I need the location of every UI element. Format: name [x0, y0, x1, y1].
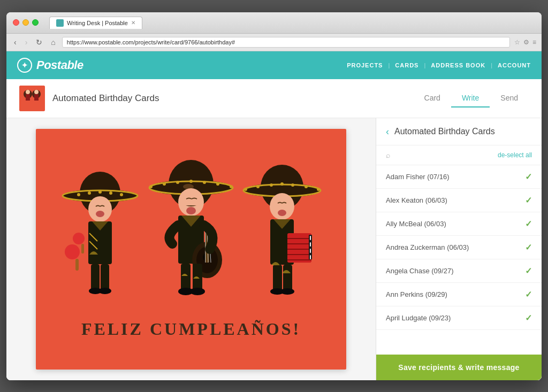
- recipient-item[interactable]: April Ludgate (09/23)✓: [376, 306, 542, 330]
- tab-write[interactable]: Write: [451, 89, 490, 107]
- tab-close-button[interactable]: ✕: [131, 20, 135, 26]
- svg-rect-20: [101, 264, 109, 291]
- svg-point-79: [280, 288, 294, 295]
- recipient-name: Ally McBeal (06/03): [386, 220, 446, 228]
- svg-point-25: [73, 233, 85, 244]
- star-icon[interactable]: ☆: [514, 39, 520, 46]
- recipient-item[interactable]: Adam Fisher (07/16)✓: [376, 165, 542, 189]
- svg-point-17: [96, 211, 104, 217]
- svg-rect-24: [75, 259, 79, 271]
- svg-point-23: [65, 244, 80, 259]
- recipient-item[interactable]: Ally McBeal (06/03)✓: [376, 212, 542, 236]
- svg-point-36: [230, 185, 233, 188]
- recipient-item[interactable]: Ann Perkins (09/29)✓: [376, 283, 542, 306]
- recipient-name: Angela Chase (09/27): [386, 267, 453, 275]
- extensions-icon[interactable]: ⚙: [523, 39, 529, 46]
- svg-rect-72: [310, 236, 311, 240]
- forward-button[interactable]: ›: [23, 37, 30, 48]
- menu-icon[interactable]: ≡: [532, 39, 536, 46]
- active-tab[interactable]: Writing Desk | Postable ✕: [49, 17, 142, 29]
- svg-point-14: [109, 191, 112, 195]
- minimize-button[interactable]: [22, 19, 29, 26]
- browser-window: Writing Desk | Postable ✕ ‹ › ↻ ⌂ ☆ ⚙ ≡ …: [6, 12, 542, 380]
- tab-card[interactable]: Card: [414, 89, 451, 107]
- svg-rect-0: [19, 86, 45, 111]
- tab-send[interactable]: Send: [490, 89, 529, 107]
- card-preview: FELIZ CUMPLEAÑOS!: [6, 118, 376, 380]
- nav-cards[interactable]: CARDS: [395, 60, 418, 71]
- nav-address-book[interactable]: ADDRESS BOOK: [431, 60, 485, 71]
- check-mark: ✓: [525, 313, 532, 323]
- maximize-button[interactable]: [32, 19, 39, 26]
- app-nav-links: PROJECTS | CARDS | ADDRESS BOOK | ACCOUN…: [347, 60, 531, 71]
- svg-rect-19: [91, 264, 100, 291]
- recipient-name: Adam Fisher (07/16): [386, 173, 450, 181]
- svg-point-35: [216, 182, 219, 186]
- svg-point-31: [163, 182, 166, 186]
- svg-point-32: [176, 181, 179, 184]
- back-button[interactable]: ‹: [12, 37, 19, 48]
- url-icons: ☆ ⚙ ≡: [514, 39, 536, 46]
- save-recipients-button[interactable]: Save recipients & write message: [376, 355, 542, 380]
- svg-point-51: [190, 288, 205, 295]
- logo-icon: ✦: [17, 58, 32, 73]
- tab-bar: Writing Desk | Postable ✕: [49, 17, 142, 29]
- svg-point-30: [149, 185, 153, 188]
- nav-sep-2: |: [424, 62, 425, 68]
- svg-rect-74: [310, 249, 311, 253]
- recipient-name: Andrea Zuckerman (06/03): [386, 243, 469, 251]
- logo-text: Postable: [36, 58, 83, 72]
- svg-rect-73: [310, 242, 311, 247]
- app-logo: ✦ Postable: [17, 58, 83, 73]
- project-header: Automated Birthday Cards Card Write Send: [6, 79, 542, 118]
- favicon-icon: [56, 19, 64, 27]
- svg-rect-6: [34, 94, 39, 101]
- svg-point-55: [244, 188, 247, 191]
- home-button[interactable]: ⌂: [49, 37, 57, 48]
- recipients-list: Adam Fisher (07/16)✓Alex Keaton (06/03)✓…: [376, 165, 542, 355]
- svg-point-3: [26, 90, 30, 94]
- svg-point-33: [189, 180, 193, 183]
- svg-rect-77: [283, 265, 292, 291]
- panel-header: ‹ Automated Birthday Cards: [376, 118, 542, 145]
- svg-text:FELIZ CUMPLEAÑOS!: FELIZ CUMPLEAÑOS!: [81, 319, 301, 339]
- right-panel: ‹ Automated Birthday Cards ⌕ de-select a…: [376, 118, 542, 380]
- close-button[interactable]: [13, 19, 19, 26]
- svg-point-61: [317, 188, 320, 191]
- url-input[interactable]: [62, 37, 510, 48]
- svg-point-4: [34, 90, 39, 94]
- search-row: ⌕ de-select all: [376, 145, 542, 165]
- recipient-item[interactable]: Andrea Zuckerman (06/03)✓: [376, 236, 542, 259]
- recipient-item[interactable]: Angela Chase (09/27)✓: [376, 259, 542, 283]
- title-bar: Writing Desk | Postable ✕: [6, 12, 542, 34]
- refresh-button[interactable]: ↻: [34, 37, 44, 48]
- svg-point-56: [256, 185, 260, 188]
- recipient-name: Ann Perkins (09/29): [386, 290, 447, 298]
- main-area: FELIZ CUMPLEAÑOS! ‹ Automated Birthday C…: [6, 118, 542, 380]
- app-content: ✦ Postable PROJECTS | CARDS | ADDRESS BO…: [6, 51, 542, 380]
- traffic-lights: [13, 19, 39, 26]
- svg-point-16: [88, 196, 112, 222]
- svg-point-60: [305, 185, 308, 188]
- recipient-name: April Ludgate (09/23): [386, 314, 451, 322]
- url-bar: ‹ › ↻ ⌂ ☆ ⚙ ≡: [6, 34, 542, 51]
- project-title: Automated Birthday Cards: [52, 93, 159, 104]
- card-illustration: FELIZ CUMPLEAÑOS!: [36, 129, 346, 370]
- search-icon: ⌕: [386, 151, 390, 159]
- nav-account[interactable]: ACCOUNT: [498, 60, 531, 71]
- tab-title: Writing Desk | Postable: [67, 20, 128, 26]
- svg-rect-48: [181, 264, 191, 291]
- check-mark: ✓: [525, 242, 532, 252]
- project-thumbnail: [19, 86, 45, 111]
- svg-point-13: [98, 190, 102, 194]
- deselect-all-link[interactable]: de-select all: [498, 151, 532, 159]
- back-button[interactable]: ‹: [386, 127, 389, 136]
- svg-point-57: [270, 183, 273, 187]
- app-nav: ✦ Postable PROJECTS | CARDS | ADDRESS BO…: [6, 51, 542, 79]
- recipient-item[interactable]: Alex Keaton (06/03)✓: [376, 189, 542, 212]
- check-mark: ✓: [525, 172, 532, 182]
- svg-point-22: [98, 288, 111, 294]
- nav-projects[interactable]: PROJECTS: [347, 60, 383, 71]
- svg-rect-75: [310, 255, 311, 259]
- project-title-area: Automated Birthday Cards: [19, 86, 159, 111]
